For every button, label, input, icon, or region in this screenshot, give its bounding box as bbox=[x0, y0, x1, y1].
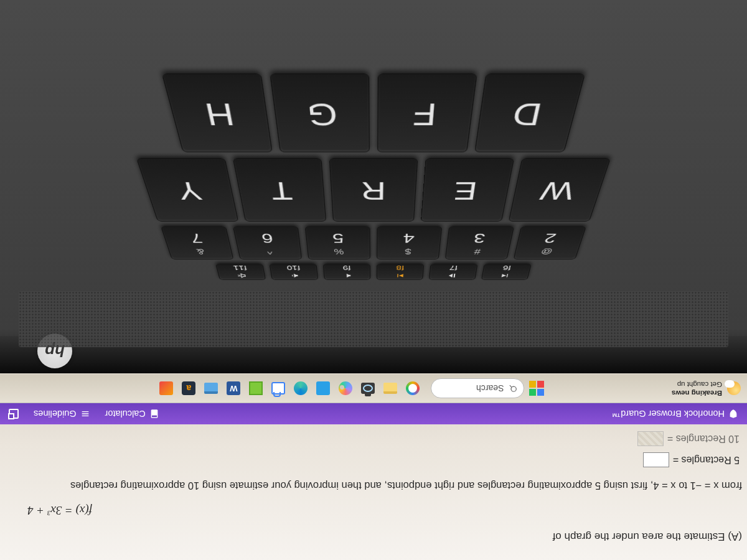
key-e[interactable]: E bbox=[421, 158, 514, 222]
key-f8[interactable]: f8 bbox=[377, 264, 424, 280]
calculator-button[interactable]: Calculator bbox=[105, 409, 159, 419]
app-blue-icon[interactable] bbox=[315, 381, 331, 397]
folder-icon[interactable] bbox=[203, 381, 219, 397]
key-5[interactable]: %5 bbox=[305, 226, 370, 259]
word-icon[interactable]: W bbox=[225, 381, 242, 397]
asdf-row: D F G H bbox=[0, 73, 747, 152]
taskbar-widgets[interactable]: Breaking news Get caught up bbox=[672, 380, 741, 396]
number-row: @2 #3 $4 %5 ^6 &7 bbox=[0, 226, 747, 259]
app-green-icon[interactable] bbox=[248, 381, 264, 397]
answer-10-label: 10 Rectangles = bbox=[667, 429, 740, 447]
windows-taskbar: Breaking news Get caught up Search bbox=[0, 375, 747, 403]
key-f10[interactable]: f10 bbox=[269, 264, 318, 280]
taskbar-search[interactable]: Search bbox=[431, 379, 524, 399]
news-line2: Get caught up bbox=[672, 380, 722, 388]
next-track-icon bbox=[395, 273, 405, 279]
laptop-deck: hp f6 f7 f8 bbox=[0, 0, 747, 373]
file-explorer-icon[interactable] bbox=[382, 381, 398, 397]
key-f[interactable]: F bbox=[377, 73, 477, 152]
answer-10-input[interactable] bbox=[637, 431, 664, 446]
store-icon[interactable] bbox=[270, 381, 286, 397]
volume-up-icon bbox=[289, 273, 300, 279]
qwerty-row: W E R T Y bbox=[0, 158, 747, 222]
list-icon bbox=[80, 409, 90, 419]
taskbar-pinned: W a bbox=[158, 381, 421, 397]
key-4[interactable]: $4 bbox=[377, 226, 442, 259]
key-2[interactable]: @2 bbox=[514, 226, 586, 259]
copilot-icon[interactable] bbox=[405, 381, 421, 397]
key-7[interactable]: &7 bbox=[161, 226, 233, 259]
search-placeholder: Search bbox=[476, 384, 504, 394]
prev-track-icon bbox=[499, 273, 510, 279]
answer-row-5: 5 Rectangles = bbox=[16, 450, 742, 469]
speaker-grille bbox=[19, 291, 728, 347]
svg-rect-1 bbox=[152, 416, 157, 418]
key-t[interactable]: T bbox=[233, 158, 326, 222]
key-f11[interactable]: f11 bbox=[215, 264, 266, 280]
shield-icon bbox=[728, 409, 738, 419]
laptop-screen: (A) Estimate the area under the graph of… bbox=[0, 367, 747, 560]
news-line1: Breaking news bbox=[672, 389, 722, 397]
search-icon bbox=[509, 385, 517, 393]
calculator-label: Calculator bbox=[105, 409, 146, 419]
range-instruction: from x = −1 to x = 4, first using 5 appr… bbox=[16, 475, 742, 495]
fullscreen-icon bbox=[9, 409, 19, 419]
key-3[interactable]: #3 bbox=[445, 226, 514, 259]
news-icon bbox=[727, 382, 741, 396]
key-f9[interactable]: f9 bbox=[323, 264, 370, 280]
start-button[interactable] bbox=[529, 381, 544, 396]
keyboard: f6 f7 f8 f9 bbox=[12, 6, 735, 280]
fullscreen-button[interactable] bbox=[9, 409, 19, 419]
edge-icon[interactable] bbox=[293, 381, 309, 397]
math-problem: (A) Estimate the area under the graph of… bbox=[0, 425, 747, 560]
key-w[interactable]: W bbox=[509, 158, 611, 222]
part-label: (A) bbox=[728, 531, 742, 543]
question-prompt: (A) Estimate the area under the graph of bbox=[16, 526, 742, 546]
guidelines-label: Guidelines bbox=[34, 409, 77, 419]
answer-5-input[interactable] bbox=[643, 452, 669, 467]
camera-icon[interactable] bbox=[360, 381, 376, 397]
function-expression: f(x) = 3x3 + 4 bbox=[27, 499, 742, 521]
honorlock-bar: Honorlock Browser Guard™ Calculator Guid… bbox=[0, 403, 747, 424]
key-f7[interactable]: f7 bbox=[429, 264, 478, 280]
mute-icon bbox=[236, 273, 247, 279]
key-y[interactable]: Y bbox=[136, 158, 238, 222]
calculator-icon bbox=[149, 409, 159, 419]
honorlock-label: Honorlock Browser Guard™ bbox=[612, 409, 725, 419]
key-g[interactable]: G bbox=[270, 73, 370, 152]
guidelines-button[interactable]: Guidelines bbox=[34, 409, 90, 419]
key-f6[interactable]: f6 bbox=[481, 264, 532, 280]
volume-down-icon bbox=[342, 273, 352, 279]
news-text: Breaking news Get caught up bbox=[672, 380, 722, 396]
play-pause-icon bbox=[447, 273, 458, 279]
key-6[interactable]: ^6 bbox=[233, 226, 302, 259]
paint-icon[interactable] bbox=[337, 381, 354, 397]
answer-5-label: 5 Rectangles = bbox=[673, 450, 740, 469]
amazon-icon[interactable]: a bbox=[181, 381, 197, 397]
prompt-text: Estimate the area under the graph of bbox=[553, 531, 725, 543]
key-d[interactable]: D bbox=[474, 73, 585, 152]
answer-row-10: 10 Rectangles = bbox=[16, 429, 742, 447]
fn-row: f6 f7 f8 f9 bbox=[2, 264, 745, 280]
key-h[interactable]: H bbox=[162, 73, 273, 152]
key-r[interactable]: R bbox=[329, 158, 418, 222]
app-misc-icon[interactable] bbox=[158, 381, 174, 397]
